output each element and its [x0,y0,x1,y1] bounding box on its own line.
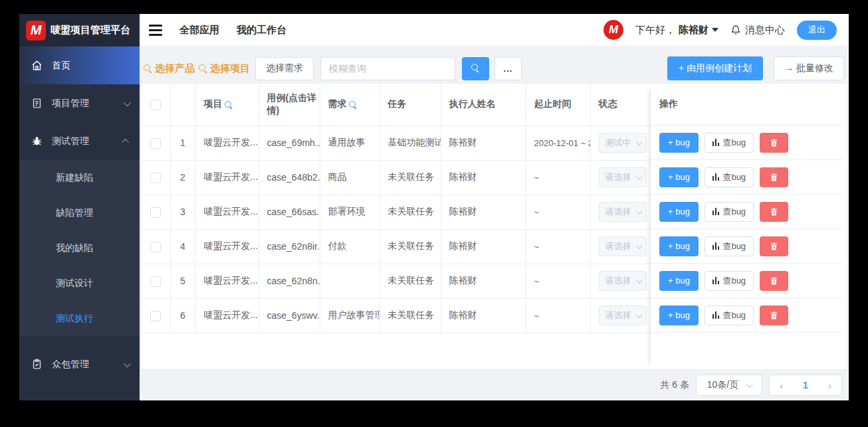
cell-executor: 陈裕财 [441,126,526,160]
sidebar-subitem-new-defect[interactable]: 新建缺陷 [19,160,140,195]
page-size-select[interactable]: 10条/页 [696,375,762,396]
view-bug-button[interactable]: 查bug [705,236,754,256]
view-bug-button[interactable]: 查bug [705,133,754,153]
add-bug-button[interactable]: + bug [659,202,699,222]
view-bug-button[interactable]: 查bug [705,167,754,187]
status-select[interactable]: 请选择 [599,305,647,325]
sidebar-subitem-my-defects[interactable]: 我的缺陷 [19,230,140,266]
next-page-button[interactable]: › [828,380,831,391]
bar-chart-icon [712,277,720,284]
view-bug-button[interactable]: 查bug [705,202,754,222]
status-select[interactable]: 请选择 [599,202,647,222]
status-select[interactable]: 请选择 [599,271,647,291]
view-bug-button[interactable]: 查bug [705,305,754,325]
more-button[interactable]: ... [494,57,522,80]
sidebar-item-project-mgmt[interactable]: 项目管理 [19,84,140,122]
chevron-down-icon [124,98,131,106]
chevron-down-icon [635,208,642,214]
view-bug-button[interactable]: 查bug [705,271,754,291]
cell-case[interactable]: case_66sas... [259,195,320,229]
delete-button[interactable] [760,202,788,222]
sidebar-item-crowd-mgmt[interactable]: 众包管理 [19,345,140,383]
cell-case[interactable]: case_62n8n... [259,264,320,298]
row-checkbox[interactable] [150,173,161,183]
row-checkbox[interactable] [150,242,161,252]
current-page[interactable]: 1 [803,380,808,390]
select-all-checkbox[interactable] [150,100,161,110]
add-bug-button[interactable]: + bug [659,167,699,187]
add-bug-button[interactable]: + bug [659,236,699,256]
create-plan-button[interactable]: + 由用例创建计划 [667,56,763,80]
col-status: 状态 [590,84,651,126]
cell-project: 唛盟云开发... [195,160,259,195]
select-product-link[interactable]: 选择产品 [144,62,195,75]
sidebar-item-label: 项目管理 [52,98,89,110]
trash-icon [770,242,778,251]
row-checkbox[interactable] [150,311,161,321]
user-menu[interactable]: 下午好， 陈裕财 [635,24,718,37]
fuzzy-search-input[interactable] [320,57,455,80]
operations-row: + bug 查bug [651,229,843,264]
row-checkbox[interactable] [150,276,161,287]
table-row: 5 唛盟云开发... case_62n8n... 未关联任务 陈裕财 ~ 请选择 [142,264,651,298]
search-icon[interactable] [225,101,232,108]
sidebar-item-label: 测试管理 [52,135,89,147]
bar-chart-icon [712,173,720,181]
delete-button[interactable] [760,167,788,187]
cell-case[interactable]: case_62n8ir... [259,229,320,264]
sidebar-subitem-test-design[interactable]: 测试设计 [19,266,140,301]
delete-button[interactable] [760,305,788,325]
cell-case[interactable]: case_69mh... [259,126,320,160]
message-center[interactable]: 消息中心 [730,24,785,37]
cell-task: 未关联任务 [380,195,441,229]
table-row: 2 唛盟云开发... case_648b2... 商品 未关联任务 陈裕财 ~ … [142,160,651,195]
search-icon[interactable] [349,101,356,108]
content: 选择产品 选择项目 选择需求 ... + 由用例创建计划 → 批量修改 [140,46,849,400]
row-checkbox[interactable] [150,207,161,218]
hamburger-menu-icon[interactable] [149,25,162,36]
prev-page-button[interactable]: ‹ [780,380,783,391]
nav-workbench[interactable]: 我的工作台 [237,24,286,37]
status-select[interactable]: 请选择 [599,167,647,187]
batch-edit-button[interactable]: → 批量修改 [774,56,844,80]
status-select[interactable]: 请选择 [599,236,647,256]
clipboard-icon [31,359,43,370]
nav-all-apps[interactable]: 全部应用 [179,24,219,37]
select-project-link[interactable]: 选择项目 [199,62,250,75]
status-select[interactable]: 测试中 [599,133,647,153]
cell-dates: 2020-12-01 ~ 20 [526,126,590,160]
sidebar-item-clipped[interactable] [19,396,140,400]
sidebar-subitem-test-execution[interactable]: 测试执行 [19,301,140,336]
sidebar-item-home[interactable]: 首页 [19,46,140,84]
sidebar-subitem-defect-mgmt[interactable]: 缺陷管理 [19,195,140,230]
cell-case[interactable]: case_6yswv... [259,298,320,333]
add-bug-button[interactable]: + bug [659,305,699,325]
cell-project: 唛盟云开发... [195,298,259,333]
bar-chart-icon [712,242,720,250]
username: 陈裕财 [679,24,708,37]
caret-down-icon [712,28,718,32]
col-task: 任务 [380,84,441,126]
topbar: 全部应用 我的工作台 M 下午好， 陈裕财 消息中心 退出 [140,14,849,46]
add-bug-button[interactable]: + bug [659,133,699,153]
cell-executor: 陈裕财 [441,229,526,264]
cell-case[interactable]: case_648b2... [259,160,320,195]
row-index: 3 [170,195,195,229]
select-demand-button[interactable]: 选择需求 [255,57,314,80]
search-button[interactable] [462,57,489,80]
row-index: 5 [170,264,195,298]
add-bug-button[interactable]: + bug [659,271,699,291]
pager: ‹ 1 › [769,375,842,396]
sidebar-item-test-mgmt[interactable]: 测试管理 [19,122,140,160]
row-index: 1 [170,126,195,160]
delete-button[interactable] [760,236,788,256]
row-checkbox[interactable] [150,138,161,149]
trash-icon [770,173,778,182]
cell-executor: 陈裕财 [441,195,526,229]
document-icon [31,98,43,109]
logout-button[interactable]: 退出 [797,21,837,40]
avatar[interactable]: M [603,20,623,40]
delete-button[interactable] [760,133,788,153]
cell-project: 唛盟云开发... [195,126,259,160]
delete-button[interactable] [760,271,788,291]
